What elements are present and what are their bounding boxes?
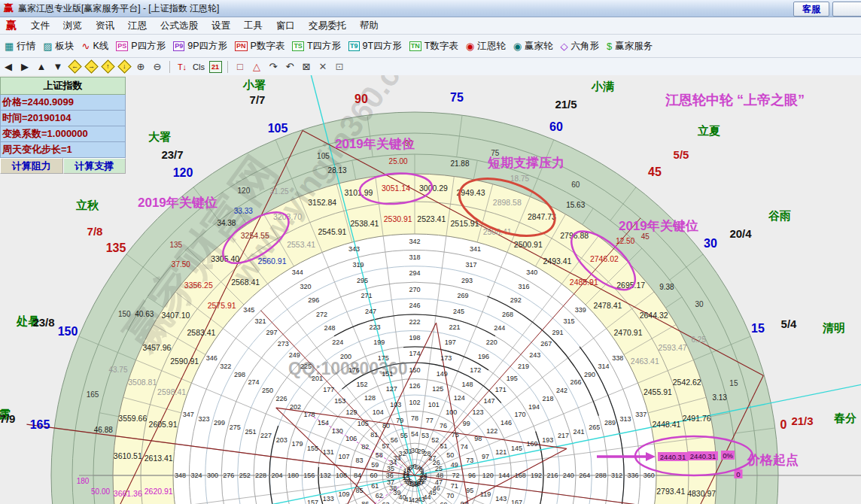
zoom-out-icon[interactable]: ⊖ xyxy=(150,60,165,74)
svg-text:244: 244 xyxy=(494,324,505,332)
svg-text:21/3: 21/3 xyxy=(791,414,813,427)
svg-text:55: 55 xyxy=(400,432,408,439)
svg-text:135: 135 xyxy=(106,241,126,254)
menu-帮助[interactable]: 帮助 xyxy=(353,19,385,32)
svg-text:120: 120 xyxy=(482,472,494,479)
zoom-in-icon[interactable]: ⊕ xyxy=(133,60,148,74)
svg-text:249: 249 xyxy=(289,351,300,359)
triangle-tool-icon[interactable]: △ xyxy=(249,60,264,74)
menu-工具[interactable]: 工具 xyxy=(237,19,269,32)
svg-text:40.63: 40.63 xyxy=(135,310,154,318)
menu-公式选股[interactable]: 公式选股 xyxy=(154,19,205,32)
nav-left-icon[interactable]: ◀ xyxy=(1,60,16,74)
svg-text:2613.41: 2613.41 xyxy=(145,454,173,463)
svg-text:121: 121 xyxy=(495,448,507,456)
shift-up-diamond-icon[interactable]: ↑ xyxy=(100,60,115,74)
toolbar-kline[interactable]: ∿K线 xyxy=(82,40,109,53)
toolbar-winner-wheel[interactable]: ◉赢家轮 xyxy=(513,40,553,53)
toolbar-sectors[interactable]: ▨板块 xyxy=(43,40,74,53)
menu-文件[interactable]: 文件 xyxy=(24,19,56,32)
svg-text:2523.41: 2523.41 xyxy=(417,214,446,223)
toolbar-winner-service[interactable]: $赢家服务 xyxy=(607,40,653,53)
toolbar-t-square[interactable]: TST四方形 xyxy=(292,40,341,53)
svg-text:2485.91: 2485.91 xyxy=(570,278,598,287)
toolbar-p-square[interactable]: PSP四方形 xyxy=(116,40,166,53)
quotes-icon: ▦ xyxy=(5,41,14,52)
svg-text:321: 321 xyxy=(254,317,266,325)
shift-right-diamond-icon[interactable]: → xyxy=(84,60,99,74)
menu-江恩[interactable]: 江恩 xyxy=(121,19,154,32)
svg-text:298: 298 xyxy=(234,371,245,378)
nav-right-icon[interactable]: ▶ xyxy=(17,60,32,74)
nav-up-icon[interactable]: ▲ xyxy=(34,60,49,74)
menu-交易委托[interactable]: 交易委托 xyxy=(302,19,353,32)
toolbar-t-table[interactable]: TNT数字表 xyxy=(409,40,458,53)
svg-text:45: 45 xyxy=(648,165,662,178)
svg-text:2620.91: 2620.91 xyxy=(145,487,173,496)
svg-text:58: 58 xyxy=(376,451,383,459)
calc-support-button[interactable]: 计算支撑 xyxy=(63,158,126,174)
toolbar-hexagon[interactable]: ◇六角形 xyxy=(560,40,599,53)
menu-浏览[interactable]: 浏览 xyxy=(56,19,89,32)
updown-tool-icon[interactable]: T↓ xyxy=(175,60,190,74)
service-button[interactable]: 客服 xyxy=(793,2,829,17)
box-x-icon[interactable]: ⊠ xyxy=(299,60,314,74)
svg-text:3457.96: 3457.96 xyxy=(142,343,171,352)
menu-窗口[interactable]: 窗口 xyxy=(269,19,302,32)
svg-text:2605.91: 2605.91 xyxy=(149,420,178,429)
cls-tool-icon[interactable]: Cls xyxy=(191,60,206,74)
shift-down-diamond-icon[interactable]: ↓ xyxy=(117,60,132,74)
svg-text:322: 322 xyxy=(220,363,231,370)
screen-tool-icon[interactable]: ⊡ xyxy=(332,60,347,74)
menu-资讯[interactable]: 资讯 xyxy=(89,19,121,32)
calendar-tool-icon[interactable]: 21 xyxy=(208,60,223,74)
svg-text:319: 319 xyxy=(352,261,364,269)
svg-text:2448.41: 2448.41 xyxy=(652,420,680,429)
svg-text:295: 295 xyxy=(357,277,368,284)
svg-text:289: 289 xyxy=(604,419,616,427)
sectors-icon: ▨ xyxy=(43,41,52,52)
svg-text:80: 80 xyxy=(382,422,390,430)
shift-left-diamond-icon[interactable]: ← xyxy=(67,60,82,74)
t-square-icon: TS xyxy=(292,41,304,51)
calc-resistance-button[interactable]: 计算阻力 xyxy=(0,158,63,174)
svg-text:147: 147 xyxy=(484,397,495,405)
svg-text:175: 175 xyxy=(378,354,389,362)
svg-text:2515.91: 2515.91 xyxy=(451,219,479,228)
menu-设置[interactable]: 设置 xyxy=(205,19,237,32)
svg-text:18.75: 18.75 xyxy=(510,175,529,183)
svg-text:3610.51: 3610.51 xyxy=(114,451,142,460)
toolbar-gann-wheel[interactable]: ◉江恩轮 xyxy=(466,40,506,53)
toolbar-9p-square[interactable]: P99P四方形 xyxy=(173,40,227,53)
svg-text:222: 222 xyxy=(409,318,420,326)
rotate-ccw-icon[interactable]: ↶ xyxy=(282,60,297,74)
svg-text:2440.31: 2440.31 xyxy=(660,453,686,461)
menu-logo-icon: 赢 xyxy=(6,19,17,32)
svg-text:220: 220 xyxy=(486,339,497,346)
svg-text:84: 84 xyxy=(354,472,361,479)
svg-text:225: 225 xyxy=(300,363,312,370)
svg-text:2508.41: 2508.41 xyxy=(483,227,512,236)
toolbar-quotes[interactable]: ▦行情 xyxy=(5,40,35,53)
toolbar-separator xyxy=(227,61,228,73)
svg-text:317: 317 xyxy=(466,261,477,269)
svg-text:0: 0 xyxy=(736,470,740,478)
svg-text:273: 273 xyxy=(278,340,289,348)
svg-text:103: 103 xyxy=(390,401,401,408)
svg-text:37.50: 37.50 xyxy=(172,260,190,269)
toolbar-9t-square[interactable]: T99T四方形 xyxy=(348,40,402,53)
nav-down-icon[interactable]: ▼ xyxy=(50,60,65,74)
svg-text:299: 299 xyxy=(214,419,225,427)
p-square-icon: PS xyxy=(116,41,128,51)
edge-button[interactable] xyxy=(832,2,861,17)
rotate-cw-icon[interactable]: ↷ xyxy=(266,60,281,74)
svg-text:85: 85 xyxy=(356,487,364,494)
svg-text:74: 74 xyxy=(461,443,468,451)
svg-text:129: 129 xyxy=(346,408,357,416)
square-tool-icon[interactable]: □ xyxy=(233,60,248,74)
collapse-icon[interactable]: ✕ xyxy=(315,60,330,74)
toolbar-p-table[interactable]: PNP数字表 xyxy=(235,40,284,53)
svg-text:293: 293 xyxy=(461,277,473,284)
svg-text:168: 168 xyxy=(515,472,526,479)
svg-text:34.38: 34.38 xyxy=(217,219,236,227)
